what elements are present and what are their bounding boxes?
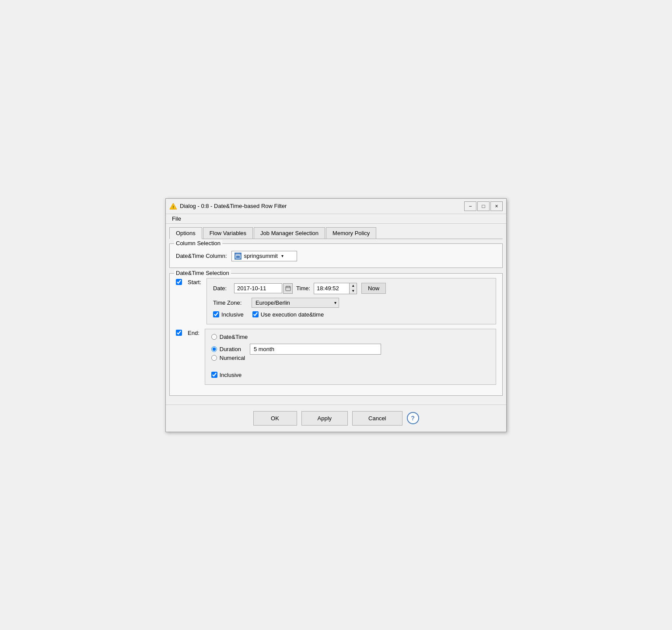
start-date-row: Date: Time: [213, 283, 490, 294]
calendar-button[interactable] [283, 283, 293, 294]
column-type-icon [234, 253, 242, 260]
time-spin-down[interactable]: ▼ [350, 289, 357, 294]
timezone-wrap: Europe/Berlin ▾ [252, 298, 339, 308]
date-input[interactable] [234, 283, 282, 293]
tab-memory-policy[interactable]: Memory Policy [326, 227, 376, 239]
end-section-row: End: Date&Time Duration [176, 329, 496, 385]
calendar-small-icon [285, 285, 291, 291]
end-checkbox-label[interactable] [176, 330, 184, 336]
time-input-wrap: ▲ ▼ [314, 283, 357, 294]
datetime-selection-group: Date&Time Selection Start: Date: [169, 273, 503, 396]
radio-duration-label[interactable]: Duration [211, 346, 241, 352]
tab-bar: Options Flow Variables Job Manager Selec… [169, 227, 503, 239]
tab-options[interactable]: Options [169, 227, 202, 239]
timezone-select[interactable]: Europe/Berlin [252, 298, 339, 308]
start-checkbox-wrap [176, 278, 184, 285]
calendar-icon [235, 253, 241, 259]
use-execution-label[interactable]: Use execution date&time [252, 311, 324, 318]
end-inclusive-wrap: Inclusive [211, 372, 490, 378]
apply-button[interactable]: Apply [301, 411, 348, 426]
start-checkbox-label[interactable] [176, 279, 184, 285]
end-inclusive-checkbox[interactable] [211, 372, 217, 378]
title-bar: ! Dialog - 0:8 - Date&Time-based Row Fil… [166, 199, 506, 214]
column-selection-title: Column Selection [174, 240, 222, 246]
title-bar-controls: − □ × [464, 201, 503, 211]
column-dropdown[interactable]: springsummit ▾ [231, 251, 297, 261]
tab-flow-variables[interactable]: Flow Variables [203, 227, 253, 239]
radio-numerical[interactable] [211, 355, 217, 361]
time-input[interactable] [314, 284, 349, 293]
date-label: Date: [213, 285, 231, 292]
column-selection-label: Date&Time Column: [176, 253, 227, 259]
duration-input[interactable] [250, 344, 381, 355]
now-button[interactable]: Now [361, 283, 386, 294]
radio-datetime-label[interactable]: Date&Time [211, 334, 490, 340]
start-label: Start: [188, 279, 201, 285]
column-selection-row: Date&Time Column: springsummit ▾ [176, 251, 496, 261]
end-checkbox-wrap [176, 329, 184, 336]
bottom-bar: OK Apply Cancel ? [166, 405, 506, 432]
cancel-button[interactable]: Cancel [352, 411, 402, 426]
menu-bar: File [166, 214, 506, 224]
radio-duration-row: Duration [211, 344, 490, 355]
minimize-button[interactable]: − [464, 201, 476, 211]
svg-rect-2 [236, 254, 240, 258]
time-spin-up[interactable]: ▲ [350, 283, 357, 289]
datetime-selection-title: Date&Time Selection [174, 270, 231, 276]
start-inner-group: Date: Time: [206, 278, 496, 324]
time-spin-buttons: ▲ ▼ [349, 283, 357, 294]
content-area: Options Flow Variables Job Manager Selec… [166, 224, 506, 405]
end-options: Date&Time Duration Numerical [211, 334, 490, 378]
radio-datetime[interactable] [211, 334, 217, 340]
dropdown-arrow-icon: ▾ [281, 253, 284, 258]
end-inclusive-label[interactable]: Inclusive [211, 372, 490, 378]
warning-icon: ! [169, 202, 177, 210]
timezone-row: Time Zone: Europe/Berlin ▾ [213, 298, 490, 308]
svg-rect-6 [286, 286, 290, 291]
file-menu[interactable]: File [169, 215, 184, 223]
ok-button[interactable]: OK [253, 411, 297, 426]
column-value: springsummit [244, 253, 278, 259]
help-button[interactable]: ? [407, 412, 419, 424]
tab-job-manager[interactable]: Job Manager Selection [254, 227, 325, 239]
svg-text:!: ! [173, 205, 174, 209]
end-label: End: [188, 330, 200, 336]
start-options-row: Inclusive Use execution date&time [213, 311, 490, 318]
start-inclusive-label[interactable]: Inclusive [213, 311, 244, 318]
maximize-button[interactable]: □ [477, 201, 490, 211]
column-selection-group: Column Selection Date&Time Column: sprin… [169, 243, 503, 268]
radio-duration[interactable] [211, 346, 217, 352]
title-bar-text: Dialog - 0:8 - Date&Time-based Row Filte… [180, 203, 464, 209]
end-inner-group: Date&Time Duration Numerical [205, 329, 496, 385]
start-section-row: Start: Date: Time: [176, 278, 496, 324]
end-checkbox[interactable] [176, 330, 182, 336]
use-execution-checkbox[interactable] [252, 311, 259, 317]
main-window: ! Dialog - 0:8 - Date&Time-based Row Fil… [165, 198, 507, 432]
radio-numerical-label[interactable]: Numerical [211, 355, 490, 361]
start-checkbox[interactable] [176, 279, 182, 285]
time-label: Time: [296, 285, 310, 292]
start-inclusive-checkbox[interactable] [213, 311, 219, 317]
timezone-label: Time Zone: [213, 299, 248, 306]
close-button[interactable]: × [490, 201, 503, 211]
